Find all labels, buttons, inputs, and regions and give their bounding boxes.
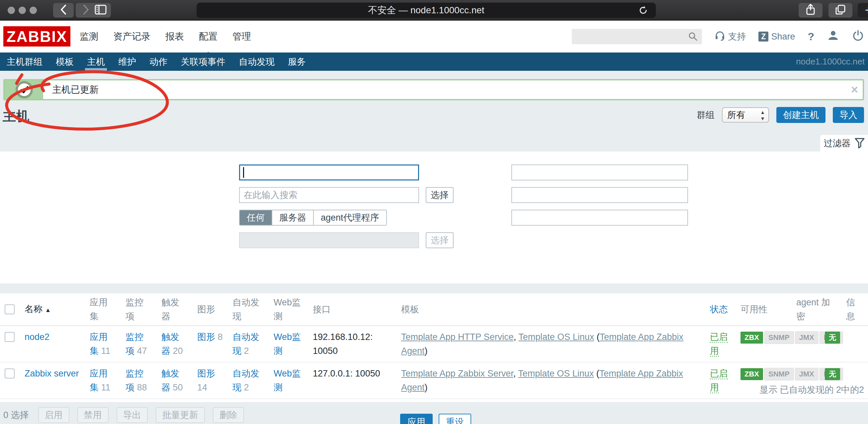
subnav-host-groups[interactable]: 主机群组 — [0, 53, 49, 71]
text-caret — [243, 167, 244, 178]
interface-cell: 192.168.10.12: 10050 — [308, 326, 397, 362]
monitored-server-option[interactable]: 服务器 — [272, 210, 314, 225]
mass-update-button[interactable]: 批量更新 — [156, 407, 205, 423]
subnav-discovery[interactable]: 自动发现 — [232, 53, 281, 71]
template-link[interactable]: Template App Zabbix Server — [401, 368, 514, 378]
address-bar[interactable]: 不安全 — node1.1000cc.net — [196, 3, 656, 18]
port-input[interactable] — [512, 210, 688, 226]
row-checkbox[interactable] — [5, 368, 14, 378]
graphs-link[interactable]: 图形 — [197, 332, 215, 342]
menu-item-configuration[interactable]: 配置 — [199, 30, 217, 43]
dns-input[interactable] — [512, 165, 688, 180]
message-green-panel — [5, 80, 43, 99]
graphs-count: 8 — [218, 332, 223, 342]
global-search-input[interactable] — [572, 29, 702, 44]
browser-titlebar: 不安全 — node1.1000cc.net + — [0, 0, 868, 21]
menu-item-administration[interactable]: 管理 — [232, 30, 251, 43]
table-header-row: 名称 ▲ 应用集 监控项 触发器 图形 自动发现 Web监测 接口 模板 状态 … — [0, 293, 868, 326]
menu-item-monitoring[interactable]: 监测 — [80, 30, 98, 43]
header-status[interactable]: 状态 — [705, 293, 736, 326]
apply-button[interactable]: 应用 — [400, 414, 433, 424]
checkmark-circle-icon — [16, 81, 33, 98]
host-link[interactable]: Zabbix server — [25, 368, 79, 378]
enable-button[interactable]: 启用 — [38, 407, 69, 423]
table-row: node2 应用集 11 监控项 47 触发器 20 图形 8 自动发现 2 W… — [0, 326, 868, 362]
subnav-actions[interactable]: 动作 — [143, 53, 174, 71]
discovery-count: 2 — [244, 383, 249, 392]
select-all-checkbox[interactable] — [5, 304, 14, 314]
web-link[interactable]: Web监测 — [274, 368, 301, 392]
menu-item-inventory[interactable]: 资产记录 — [113, 30, 150, 43]
subnav-hosts[interactable]: 主机 — [80, 53, 112, 71]
address-bar-text: 不安全 — node1.1000cc.net — [368, 4, 484, 17]
filter-tab[interactable]: 过滤器 — [820, 135, 868, 151]
page-title: 主机 — [3, 107, 29, 125]
encryption-badge: 无 — [825, 332, 840, 344]
applications-count: 11 — [101, 383, 111, 392]
chevron-left-icon — [60, 4, 67, 16]
delete-button[interactable]: 删除 — [213, 407, 244, 423]
filter-funnel-icon — [855, 138, 865, 148]
group-label: 群组 — [697, 109, 715, 121]
refresh-icon[interactable] — [638, 5, 649, 18]
zabbix-logo[interactable]: ZABBIX — [3, 26, 70, 47]
window-zoom-button[interactable] — [30, 7, 37, 14]
filter-name-input[interactable] — [239, 165, 419, 180]
search-field[interactable] — [572, 29, 702, 44]
web-link[interactable]: Web监测 — [274, 332, 301, 356]
template-link[interactable]: Template OS Linux — [518, 368, 594, 378]
import-button[interactable]: 导入 — [833, 107, 864, 123]
subnav-event-correlation[interactable]: 关联项事件 — [174, 53, 232, 71]
header-applications: 应用集 — [85, 293, 121, 326]
create-host-button[interactable]: 创建主机 — [776, 107, 826, 123]
graphs-link[interactable]: 图形 — [197, 368, 215, 378]
header-items: 监控项 — [121, 293, 157, 326]
header-info: 信息 — [841, 293, 868, 326]
browser-share-button[interactable] — [799, 3, 823, 18]
close-icon[interactable]: × — [851, 81, 858, 98]
browser-tabs-button[interactable] — [829, 3, 852, 18]
subnav-maintenance[interactable]: 维护 — [112, 53, 143, 71]
interface-cell: 127.0.0.1: 10050 — [308, 362, 397, 399]
hosts-table: 名称 ▲ 应用集 监控项 触发器 图形 自动发现 Web监测 接口 模板 状态 … — [0, 293, 868, 399]
triggers-count: 50 — [173, 383, 183, 392]
support-link[interactable]: 支持 — [715, 30, 746, 43]
zabbix-header: ZABBIX 监测 资产记录 报表 配置 管理 支持 — [0, 21, 868, 53]
profile-button[interactable] — [827, 29, 839, 44]
browser-new-tab-button[interactable]: + — [858, 3, 868, 18]
subnav-templates[interactable]: 模板 — [49, 53, 80, 71]
template-link[interactable]: Template App HTTP Service — [401, 332, 514, 342]
jmx-badge: JMX — [795, 331, 818, 344]
host-link[interactable]: node2 — [25, 332, 50, 342]
subnav-services[interactable]: 服务 — [281, 53, 312, 71]
browser-back-button[interactable] — [53, 3, 74, 18]
status-enabled-link[interactable]: 已启用 — [710, 368, 728, 393]
items-count: 88 — [137, 383, 147, 392]
filter-template-input[interactable] — [239, 187, 419, 203]
selected-count: 0 选择 — [3, 409, 29, 421]
browser-sidebar-button[interactable] — [90, 3, 111, 18]
row-checkbox[interactable] — [5, 332, 14, 342]
template-link[interactable]: Template OS Linux — [518, 332, 594, 342]
header-discovery: 自动发现 — [228, 293, 269, 326]
monitored-proxy-option[interactable]: agent代理程序 — [314, 210, 386, 225]
status-enabled-link[interactable]: 已启用 — [710, 332, 728, 357]
window-minimize-button[interactable] — [19, 7, 26, 14]
discovery-count: 2 — [244, 346, 249, 356]
window-close-button[interactable] — [8, 7, 15, 14]
proxy-select-button: 选择 — [426, 232, 454, 248]
context-hostname: node1.1000cc.net — [796, 53, 865, 71]
logout-button[interactable] — [852, 30, 864, 44]
monitored-any-option[interactable]: 任何 — [240, 210, 272, 225]
export-button[interactable]: 导出 — [117, 407, 148, 423]
header-name[interactable]: 名称 ▲ — [20, 293, 85, 326]
reset-button[interactable]: 重设 — [439, 414, 471, 424]
group-select[interactable]: 所有 ▲▼ — [722, 107, 769, 123]
ip-input[interactable] — [512, 187, 688, 203]
help-button[interactable]: ? — [808, 31, 814, 43]
template-select-button[interactable]: 选择 — [426, 187, 454, 203]
menu-item-reports[interactable]: 报表 — [165, 30, 184, 43]
main-menu: 监测 资产记录 报表 配置 管理 — [80, 21, 251, 53]
share-link[interactable]: Z Share — [758, 32, 795, 42]
disable-button[interactable]: 禁用 — [78, 407, 108, 423]
